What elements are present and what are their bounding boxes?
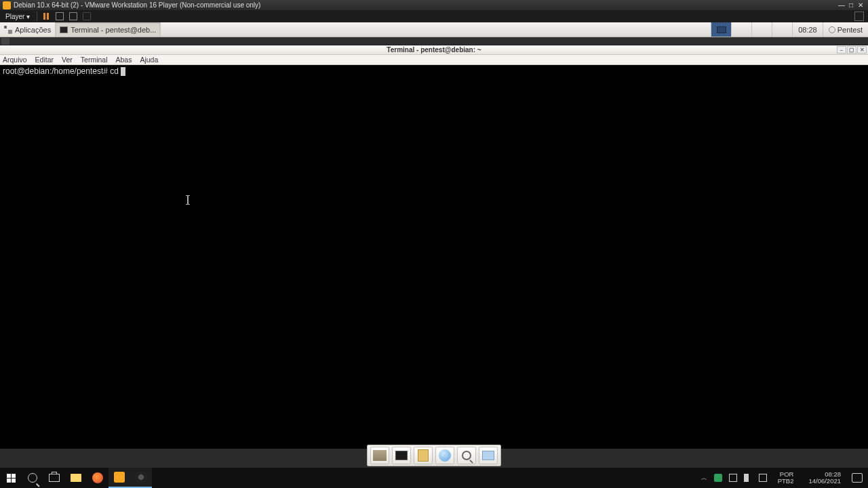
taskbar-clock[interactable]: 08:28 14/06/2021 bbox=[804, 471, 845, 485]
desktop-icon bbox=[373, 450, 387, 461]
system-tray: ︿ POR PTB2 08:28 14/06/2021 bbox=[698, 468, 868, 488]
vm-devices-icon[interactable] bbox=[854, 12, 864, 21]
menu-arquivo[interactable]: Arquivo bbox=[3, 56, 27, 64]
clock-date: 14/06/2021 bbox=[808, 478, 841, 485]
search-icon bbox=[28, 473, 37, 483]
vmware-titlebar: Debian 10.x 64-bit (2) - VMware Workstat… bbox=[0, 0, 868, 10]
xfce-top-panel: Aplicações Terminal - pentest@deb... 08:… bbox=[0, 22, 868, 37]
menu-ajuda[interactable]: Ajuda bbox=[140, 56, 158, 64]
tray-slot-3[interactable] bbox=[772, 22, 792, 37]
lang-line-2: PTB2 bbox=[778, 478, 794, 485]
vmware-app-icon bbox=[3, 1, 11, 9]
tray-overflow-button[interactable]: ︿ bbox=[701, 474, 707, 483]
menu-editar[interactable]: Editar bbox=[35, 56, 54, 64]
vm-unity-button[interactable] bbox=[82, 12, 92, 21]
dock-file-manager[interactable] bbox=[414, 447, 433, 464]
taskbar-explorer[interactable] bbox=[65, 468, 87, 488]
battery-icon[interactable] bbox=[759, 474, 767, 482]
terminal-frame-strip bbox=[0, 37, 868, 45]
start-button[interactable] bbox=[0, 468, 22, 488]
vmware-close-button[interactable]: ✕ bbox=[856, 1, 865, 9]
dock-home-folder[interactable] bbox=[479, 447, 498, 464]
terminal-icon bbox=[395, 451, 408, 460]
terminal-maximize-button[interactable]: ▢ bbox=[847, 46, 856, 54]
dock-show-desktop[interactable] bbox=[370, 447, 389, 464]
menu-abas[interactable]: Abas bbox=[116, 56, 132, 64]
dock-terminal[interactable] bbox=[392, 447, 411, 464]
terminal-title-text: Terminal - pentest@debian: ~ bbox=[387, 46, 481, 54]
terminal-close-button[interactable]: ✕ bbox=[857, 46, 867, 54]
folder-icon bbox=[482, 451, 494, 460]
pause-icon bbox=[43, 13, 49, 20]
task-view-icon bbox=[49, 474, 60, 482]
player-menu-label: Player bbox=[5, 13, 24, 20]
terminal-body[interactable]: root@debian:/home/pentest# cd bbox=[0, 65, 868, 449]
xfce-tray: 08:28 Pentest bbox=[711, 22, 868, 37]
vmware-toolbar: Player ▾ bbox=[0, 10, 868, 22]
prompt-text: root@debian:/home/pentest# bbox=[3, 66, 108, 76]
panel-user-label: Pentest bbox=[837, 26, 863, 34]
taskbar-vmware[interactable] bbox=[108, 468, 130, 488]
menu-ver[interactable]: Ver bbox=[62, 56, 73, 64]
terminal-menubar: Arquivo Editar Ver Terminal Abas Ajuda bbox=[0, 55, 868, 65]
toolbar-separator bbox=[37, 12, 37, 21]
network-icon[interactable] bbox=[729, 474, 737, 482]
vmware-player-menu[interactable]: Player ▾ bbox=[3, 12, 33, 22]
taskbar-terminal-label: Terminal - pentest@deb... bbox=[71, 26, 156, 34]
workspace-icon bbox=[717, 26, 726, 33]
terminal-line-1: root@debian:/home/pentest# cd bbox=[3, 66, 865, 76]
keyboard-icon bbox=[56, 12, 64, 20]
tray-slot-2[interactable] bbox=[751, 22, 772, 37]
taskbar-lang[interactable]: POR PTB2 bbox=[774, 471, 798, 485]
dock-web-browser[interactable] bbox=[435, 447, 454, 464]
vm-send-cad-button[interactable] bbox=[55, 12, 64, 21]
terminal-icon bbox=[60, 26, 68, 33]
terminal-titlebar[interactable]: Terminal - pentest@debian: ~ – ▢ ✕ bbox=[0, 45, 868, 55]
vmware-minimize-button[interactable]: — bbox=[837, 1, 846, 9]
unity-icon bbox=[83, 12, 91, 20]
volume-icon[interactable] bbox=[744, 474, 752, 482]
folder-icon bbox=[71, 474, 81, 482]
applications-icon bbox=[4, 26, 12, 34]
panel-user-button[interactable]: Pentest bbox=[823, 22, 868, 37]
obs-icon bbox=[136, 472, 146, 483]
text-cursor-ibeam bbox=[187, 195, 189, 205]
firefox-icon bbox=[92, 472, 103, 483]
globe-icon bbox=[439, 449, 451, 462]
dock-app-finder[interactable] bbox=[457, 447, 476, 464]
vmware-icon bbox=[114, 472, 125, 483]
xfce-dock bbox=[367, 445, 501, 466]
taskbar-search-button[interactable] bbox=[22, 468, 43, 488]
menu-terminal[interactable]: Terminal bbox=[81, 56, 108, 64]
panel-clock[interactable]: 08:28 bbox=[792, 22, 823, 37]
tray-workspace-button[interactable] bbox=[711, 22, 731, 37]
search-icon bbox=[462, 451, 471, 460]
windows-logo-icon bbox=[7, 474, 16, 483]
vmware-maximize-button[interactable]: □ bbox=[846, 1, 856, 9]
taskbar-firefox[interactable] bbox=[87, 468, 108, 488]
applications-label: Aplicações bbox=[15, 26, 51, 34]
applications-menu-button[interactable]: Aplicações bbox=[0, 22, 56, 37]
file-manager-icon bbox=[418, 449, 429, 462]
taskbar-obs[interactable] bbox=[130, 468, 152, 488]
user-icon bbox=[829, 26, 835, 33]
command-text: cd bbox=[110, 66, 119, 76]
task-view-button[interactable] bbox=[43, 468, 65, 488]
vm-fullscreen-button[interactable] bbox=[68, 12, 78, 21]
windows-taskbar: ︿ POR PTB2 08:28 14/06/2021 bbox=[0, 468, 868, 488]
terminal-cursor bbox=[121, 67, 125, 76]
taskbar-terminal-button[interactable]: Terminal - pentest@deb... bbox=[56, 22, 161, 37]
terminal-frame-icon bbox=[1, 38, 9, 45]
terminal-window-controls: – ▢ ✕ bbox=[837, 46, 867, 54]
security-icon[interactable] bbox=[714, 474, 722, 482]
vmware-title-text: Debian 10.x 64-bit (2) - VMware Workstat… bbox=[14, 1, 837, 9]
fullscreen-icon bbox=[69, 12, 77, 20]
tray-slot-1[interactable] bbox=[731, 22, 751, 37]
chevron-down-icon: ▾ bbox=[26, 13, 30, 20]
action-center-button[interactable] bbox=[852, 473, 863, 483]
vm-pause-button[interactable] bbox=[41, 12, 51, 21]
terminal-minimize-button[interactable]: – bbox=[837, 46, 846, 54]
